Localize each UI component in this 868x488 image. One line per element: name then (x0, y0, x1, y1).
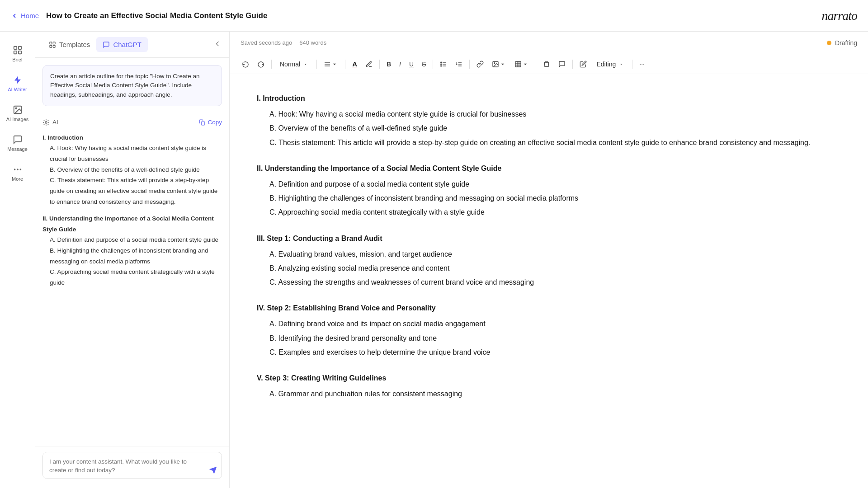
svg-point-8 (19, 169, 21, 170)
outline-item: A. Definition and purpose of a social me… (42, 235, 222, 245)
tab-templates-label: Templates (59, 41, 90, 48)
numbered-list-button[interactable] (452, 58, 466, 70)
text-color-button[interactable]: A (349, 58, 360, 70)
align-icon (324, 61, 331, 68)
chat-send-button[interactable] (208, 466, 217, 476)
sidebar-item-message[interactable]: Message (2, 130, 33, 156)
separator (316, 60, 317, 69)
separator (379, 60, 380, 69)
copy-button[interactable]: Copy (199, 119, 222, 126)
image-insert-button[interactable] (489, 58, 509, 70)
svg-rect-1 (18, 47, 21, 49)
sidebar-item-ai-images[interactable]: AI Images (2, 100, 33, 127)
clear-format-button[interactable] (540, 58, 553, 70)
comment-icon (558, 61, 566, 68)
strikethrough-button[interactable]: S (419, 58, 429, 70)
sidebar-item-message-label: Message (7, 146, 28, 152)
panel-tabs: Templates ChatGPT (35, 32, 229, 58)
editor-meta-left: Saved seconds ago 640 words (241, 39, 326, 46)
numbered-icon (455, 61, 462, 68)
chat-input-area (35, 446, 229, 488)
separator (345, 60, 345, 69)
panel-collapse-button[interactable] (213, 39, 222, 50)
doc-item: A. Hook: Why having a social media conte… (257, 108, 841, 120)
pencil-icon (580, 61, 587, 68)
redo-button[interactable] (254, 58, 268, 70)
ai-label-text: AI (52, 119, 58, 126)
ai-icon (42, 119, 50, 126)
sidebar-item-brief[interactable]: Brief (2, 41, 33, 67)
editor-doc[interactable]: I. Introduction A. Hook: Why having a so… (230, 74, 868, 488)
chat-input[interactable] (42, 452, 222, 479)
sidebar-item-more[interactable]: More (2, 160, 33, 186)
sidebar-item-brief-label: Brief (12, 57, 23, 62)
undo-button[interactable] (239, 58, 252, 70)
doc-heading: II. Understanding the Importance of a So… (257, 162, 841, 174)
clear-format-icon (543, 61, 550, 68)
tab-templates[interactable]: Templates (42, 37, 96, 52)
doc-section: V. Step 3: Creating Writing Guidelines A… (257, 372, 841, 400)
svg-point-6 (14, 169, 15, 170)
tab-chatgpt[interactable]: ChatGPT (96, 37, 148, 52)
drafting-badge: Drafting (827, 39, 857, 47)
chevron-left-icon (11, 12, 18, 19)
separator (632, 60, 632, 69)
redo-icon (257, 61, 264, 68)
link-button[interactable] (473, 58, 487, 70)
underline-button[interactable]: U (406, 58, 417, 70)
table-button[interactable] (511, 58, 532, 70)
doc-item: C. Approaching social media content stra… (257, 206, 841, 218)
svg-rect-11 (50, 45, 52, 47)
outline-item: A. Hook: Why having a social media conte… (42, 143, 222, 164)
text-style-select[interactable]: Normal (275, 58, 313, 70)
bolt-icon (13, 75, 23, 85)
doc-item: A. Definition and purpose of a social me… (257, 178, 841, 190)
more-options-button[interactable]: ··· (636, 58, 648, 70)
doc-heading: IV. Step 2: Establishing Brand Voice and… (257, 302, 841, 314)
bullet-list-button[interactable] (437, 58, 450, 70)
edit-mode-icon[interactable] (576, 58, 590, 70)
logo: narrato (821, 9, 857, 23)
separator (433, 60, 433, 69)
drafting-label: Drafting (835, 39, 857, 47)
align-button[interactable] (321, 58, 341, 70)
templates-icon (49, 41, 56, 48)
separator (271, 60, 272, 69)
outline-item: C. Approaching social media content stra… (42, 267, 222, 288)
word-count: 640 words (299, 39, 326, 46)
doc-section: IV. Step 2: Establishing Brand Voice and… (257, 302, 841, 358)
text-color-icon: A (352, 60, 357, 68)
editor-area: Saved seconds ago 640 words Drafting (230, 32, 868, 488)
highlight-button[interactable] (362, 58, 376, 70)
comment-button[interactable] (555, 58, 569, 70)
send-icon (208, 466, 217, 475)
home-label: Home (21, 12, 39, 19)
svg-rect-29 (515, 61, 521, 67)
topbar-left: Home How to Create an Effective Social M… (11, 11, 267, 20)
doc-item: C. Examples and exercises to help determ… (257, 346, 841, 358)
doc-item: B. Identifying the desired brand persona… (257, 332, 841, 344)
image-icon (13, 105, 23, 115)
prompt-box: Create an article outline for the topic … (42, 65, 222, 106)
bold-button[interactable]: B (383, 58, 394, 70)
svg-point-22 (441, 64, 442, 65)
saved-text: Saved seconds ago (241, 39, 292, 46)
dropdown-arrow-icon (331, 61, 338, 68)
drafting-dot (827, 41, 831, 45)
sidebar-item-ai-writer[interactable]: AI Writer (2, 70, 33, 97)
ai-panel: AI Copy I. Introduction A. Hook: Why hav… (35, 113, 229, 446)
prompt-text: Create an article outline for the topic … (50, 73, 199, 98)
svg-point-21 (441, 62, 442, 63)
bold-icon: B (387, 61, 391, 68)
svg-rect-12 (53, 45, 55, 47)
chatgpt-icon (103, 41, 110, 48)
doc-item: B. Analyzing existing social media prese… (257, 262, 841, 274)
home-link[interactable]: Home (11, 12, 39, 19)
outline-content: I. Introduction A. Hook: Why having a so… (42, 132, 222, 288)
italic-button[interactable]: I (396, 58, 404, 70)
icon-sidebar: Brief AI Writer AI Images Message (0, 32, 35, 488)
editing-select[interactable]: Editing (592, 58, 628, 70)
more-icon: ··· (639, 61, 645, 68)
svg-rect-0 (14, 47, 16, 49)
copy-icon (199, 119, 205, 126)
